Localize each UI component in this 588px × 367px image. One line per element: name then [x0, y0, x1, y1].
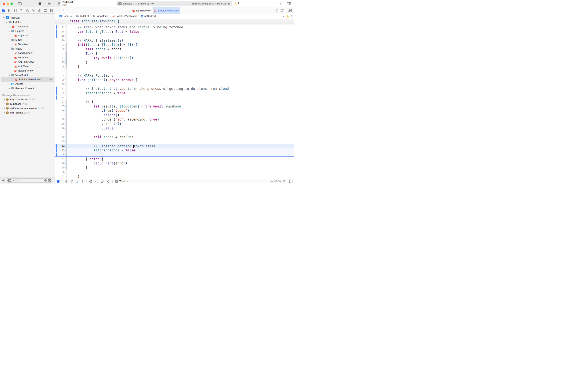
- running-app-indicator[interactable]: A TodoList: [115, 180, 128, 183]
- line-number[interactable]: 27: [55, 69, 65, 74]
- code-line-21[interactable]: 21 init(todos: [TodoItem] = []) {: [55, 42, 294, 47]
- sidebar-item-todoitem[interactable]: TodoItem: [0, 42, 55, 46]
- line-number[interactable]: 25: [55, 60, 65, 65]
- code-line-31[interactable]: 31 // Indicate that app is in the proces…: [55, 86, 294, 91]
- pause-execution-icon[interactable]: [65, 180, 67, 183]
- code-fold-ribbon[interactable]: [66, 126, 67, 131]
- sidebar-item-keychainaccess[interactable]: KeychainAccess4.2.2: [0, 97, 55, 102]
- code-line-37[interactable]: 37 .select(): [55, 113, 294, 117]
- code-line-39[interactable]: 39 .execute(): [55, 122, 294, 126]
- line-number[interactable]: 21: [55, 42, 65, 47]
- code-text[interactable]: } catch {: [70, 157, 103, 161]
- line-number[interactable]: 29: [55, 78, 65, 82]
- sidebar-item-supabase[interactable]: Supabase2.10.1: [0, 102, 55, 106]
- code-text[interactable]: .from("todos"): [70, 108, 129, 113]
- sidebar-item-todolist[interactable]: ATodoList: [0, 16, 55, 20]
- line-number[interactable]: 42: [55, 135, 65, 139]
- line-number[interactable]: 28: [55, 74, 65, 78]
- line-number[interactable]: 48: [55, 161, 65, 166]
- breadcrumb-item-todolist[interactable]: TodoList: [76, 15, 89, 18]
- code-text[interactable]: fetchingTodos = true: [70, 91, 126, 95]
- back-navigation-icon[interactable]: [63, 9, 65, 12]
- line-number[interactable]: 11: [55, 19, 65, 24]
- tab-landingview[interactable]: LandingView: [129, 7, 153, 14]
- code-line-36[interactable]: 36 .from("todos"): [55, 108, 294, 113]
- code-line-19[interactable]: 19: [55, 34, 294, 38]
- code-line-34[interactable]: 34 do {: [55, 100, 294, 104]
- sidebar-item-model[interactable]: Model: [0, 38, 55, 42]
- code-fold-ribbon[interactable]: [66, 166, 67, 170]
- code-line-48[interactable]: 48 debugPrint(error): [55, 161, 294, 166]
- code-line-47[interactable]: 47 } catch {: [55, 157, 294, 161]
- sidebar-item-swift-concurrency-extras[interactable]: swift-concurrency-extras1.1.0: [0, 106, 55, 111]
- code-fold-ribbon[interactable]: [66, 148, 67, 153]
- code-fold-ribbon[interactable]: [66, 117, 67, 122]
- source-editor[interactable]: 11class TodoListViewModel { 17 // Track …: [55, 19, 294, 184]
- zoom-window-button[interactable]: [10, 2, 13, 5]
- breadcrumb-item-gettodos-[interactable]: MgetTodos(): [141, 15, 156, 18]
- chevron-right-icon[interactable]: [3, 112, 5, 114]
- chevron-right-icon[interactable]: [8, 87, 10, 89]
- code-text[interactable]: .select(): [70, 113, 119, 117]
- code-fold-ribbon[interactable]: [66, 113, 67, 117]
- step-into-icon[interactable]: [76, 180, 78, 183]
- code-fold-ribbon[interactable]: [66, 170, 67, 175]
- line-number[interactable]: 39: [55, 122, 65, 126]
- memory-graph-icon[interactable]: [95, 180, 98, 183]
- sidebar-item-preview-content[interactable]: Preview Content: [0, 86, 55, 91]
- project-navigator-icon[interactable]: [2, 9, 5, 12]
- line-number[interactable]: 45: [55, 148, 65, 153]
- code-line-17[interactable]: 17 // Track when to-do items are initial…: [55, 25, 294, 30]
- line-number[interactable]: 34: [55, 100, 65, 104]
- code-text[interactable]: // MARK: Functions: [70, 74, 113, 78]
- breadcrumb-item-todolist[interactable]: ATodoList: [59, 15, 72, 18]
- code-line-44[interactable]: 44 // Finished getting to-do items: [55, 144, 294, 148]
- sidebar-item-todolist[interactable]: TodoList: [0, 20, 55, 25]
- breakpoint-navigator-icon[interactable]: [44, 9, 47, 12]
- code-fold-ribbon[interactable]: [66, 78, 67, 82]
- step-out-icon[interactable]: [81, 180, 84, 183]
- code-line-42[interactable]: 42 self.todos = results: [55, 135, 294, 139]
- code-fold-ribbon[interactable]: [66, 51, 67, 56]
- code-text[interactable]: self.todos = todos: [70, 47, 121, 51]
- code-line-46[interactable]: 46: [55, 152, 294, 157]
- code-line-25[interactable]: 25 }: [55, 60, 294, 65]
- code-fold-ribbon[interactable]: [66, 104, 67, 109]
- report-navigator-icon[interactable]: [50, 9, 53, 12]
- code-line-26[interactable]: 26 }: [55, 65, 294, 69]
- line-number[interactable]: 24: [55, 56, 65, 60]
- warning-count-badge[interactable]: 1: [234, 2, 239, 5]
- sidebar-item-swift-crypto[interactable]: swift-crypto3.4.0: [0, 110, 55, 115]
- add-editor-plus-button[interactable]: [278, 1, 283, 6]
- code-fold-ribbon[interactable]: [66, 65, 67, 69]
- code-fold-ribbon[interactable]: [66, 139, 67, 144]
- sidebar-item-newitemview[interactable]: NewItemView: [0, 68, 55, 73]
- breadcrumb-item-todolistviewmodel[interactable]: TodoListViewModel: [112, 15, 137, 18]
- code-fold-ribbon[interactable]: [66, 86, 67, 91]
- search-navigator-icon[interactable]: [19, 9, 23, 12]
- code-text[interactable]: var fetchingTodos: Bool = false: [70, 30, 139, 34]
- run-button[interactable]: [47, 1, 52, 6]
- code-line-49[interactable]: 49 }: [55, 166, 294, 170]
- code-text[interactable]: debugPrint(error): [70, 161, 127, 166]
- code-line-29[interactable]: 29 func getTodos() async throws {: [55, 78, 294, 82]
- code-fold-ribbon[interactable]: [66, 34, 67, 38]
- chevron-down-icon[interactable]: [3, 17, 5, 19]
- next-issue-icon[interactable]: [291, 15, 293, 17]
- code-text[interactable]: // MARK: Initializer(s): [70, 38, 123, 43]
- line-number[interactable]: 51: [55, 174, 65, 179]
- line-number[interactable]: 37: [55, 113, 65, 117]
- code-line-51[interactable]: 51 }: [55, 174, 294, 179]
- code-fold-ribbon[interactable]: [66, 42, 67, 47]
- code-line-20[interactable]: 20 // MARK: Initializer(s): [55, 38, 294, 43]
- code-line-50[interactable]: 50: [55, 170, 294, 175]
- sidebar-item-todolistapp[interactable]: TodoListApp: [0, 24, 55, 29]
- bookmark-navigator-icon[interactable]: [14, 9, 17, 12]
- code-fold-ribbon[interactable]: [66, 91, 67, 95]
- sidebar-item-landingview[interactable]: LandingView: [0, 51, 55, 55]
- adjust-editor-options-icon[interactable]: [280, 9, 284, 12]
- code-text[interactable]: // Finished getting to-do items: [70, 144, 156, 148]
- line-number[interactable]: 47: [55, 157, 65, 161]
- line-number[interactable]: 17: [55, 25, 65, 30]
- code-fold-ribbon[interactable]: [66, 82, 67, 87]
